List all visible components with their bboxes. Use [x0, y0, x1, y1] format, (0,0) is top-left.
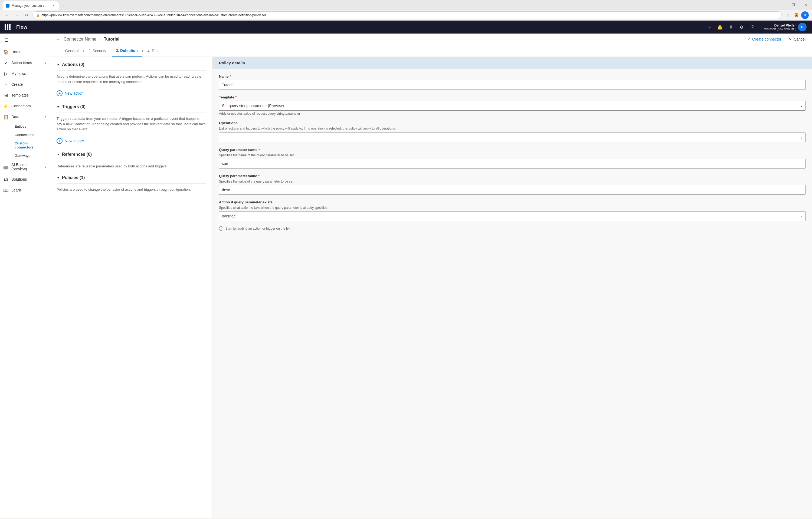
query-param-name-input[interactable]: [219, 159, 806, 169]
sidebar-item-create[interactable]: + Create: [0, 79, 50, 90]
create-connector-label: Create connector: [752, 37, 781, 41]
user-avatar: D: [798, 23, 807, 31]
nav-separator: |: [99, 37, 101, 41]
sidebar-label-create: Create: [11, 82, 47, 87]
tab-title: Manage your custom connectors: [12, 4, 50, 7]
brave-icon[interactable]: 🦁: [792, 11, 800, 19]
query-param-value-label: Query parameter value *: [219, 174, 806, 178]
step-general-label: 1. General: [61, 49, 79, 53]
action-items-icon: ✓: [3, 60, 9, 65]
sidebar-item-connections[interactable]: Connections: [11, 131, 50, 139]
query-param-value-required-star: *: [258, 174, 260, 178]
sidebar-item-action-items[interactable]: ✓ Action items ∨: [0, 57, 50, 68]
back-button[interactable]: ←: [3, 11, 11, 19]
triggers-collapse-icon[interactable]: ▼: [57, 105, 60, 109]
policies-collapse-icon[interactable]: ▼: [57, 176, 60, 180]
sidebar-item-home[interactable]: 🏠 Home: [0, 47, 50, 57]
operations-select[interactable]: [219, 132, 806, 142]
create-connector-button[interactable]: ✓ Create connector: [747, 37, 781, 41]
step-test[interactable]: 4. Test: [143, 45, 163, 56]
active-tab[interactable]: Manage your custom connectors ✕: [2, 1, 59, 10]
notification-button[interactable]: 🔔: [715, 22, 725, 32]
refresh-button[interactable]: ↻: [23, 11, 30, 19]
action-if-exists-select[interactable]: override: [219, 211, 806, 221]
download-button[interactable]: ⬇: [726, 22, 736, 32]
policy-details-header: Policy details: [212, 57, 812, 69]
forward-button[interactable]: →: [13, 11, 21, 19]
sidebar-item-connectors[interactable]: ⚡ Connectors: [0, 101, 50, 112]
operations-select-wrapper: ∨: [219, 132, 806, 142]
address-bar: ← → ↻ 🔒 https://preview.flow.microsoft.c…: [0, 10, 812, 21]
url-text: https://preview.flow.microsoft.com/manag…: [41, 13, 778, 17]
template-select-wrapper: Set query string parameter (Preview) ∨: [219, 101, 806, 111]
maximize-button[interactable]: ❐: [787, 0, 800, 10]
name-required-star: *: [230, 74, 231, 79]
new-action-button[interactable]: + New action: [57, 89, 206, 98]
query-param-name-label: Query parameter name *: [219, 148, 806, 152]
emoji-button[interactable]: ☺: [704, 22, 714, 32]
sidebar-item-solutions[interactable]: 🗂 Solutions: [0, 174, 50, 185]
step-definition[interactable]: 3. Definition: [112, 45, 142, 57]
minimize-button[interactable]: —: [775, 0, 787, 10]
policies-description: Policies are used to change the behavior…: [57, 187, 206, 192]
template-select[interactable]: Set query string parameter (Preview): [219, 101, 806, 111]
tab-close-btn[interactable]: ✕: [52, 4, 56, 7]
query-param-name-hint: Specifies the name of the query paramete…: [219, 153, 806, 157]
user-profile[interactable]: Denzel Pfeifer Microsoft (new default) (…: [762, 22, 809, 32]
references-section-header: ▼ References (0): [57, 152, 206, 160]
new-action-plus-icon: +: [57, 90, 62, 96]
sidebar-item-learn[interactable]: 📖 Learn: [0, 185, 50, 195]
waffle-dot: [7, 24, 8, 26]
query-param-value-form-group: Query parameter value * Specifies the va…: [219, 174, 806, 195]
step-security[interactable]: 2. Security: [84, 45, 110, 56]
sidebar-label-solutions: Solutions: [11, 177, 47, 181]
sidebar-item-my-flows[interactable]: ▷ My flows: [0, 68, 50, 79]
help-button[interactable]: ?: [748, 22, 757, 32]
query-param-value-input[interactable]: [219, 185, 806, 195]
data-icon: 📋: [3, 114, 9, 120]
actions-section-title: Actions (0): [62, 62, 84, 67]
new-trigger-button[interactable]: + New trigger: [57, 136, 206, 146]
waffle-menu-button[interactable]: [3, 23, 12, 31]
sidebar-label-data: Data: [11, 115, 42, 119]
template-required-star: *: [235, 95, 237, 99]
action-if-exists-label: Action if query parameter exists: [219, 200, 806, 204]
url-bar[interactable]: 🔒 https://preview.flow.microsoft.com/man…: [32, 11, 782, 19]
new-tab-button[interactable]: +: [60, 2, 68, 10]
close-button[interactable]: ✕: [800, 0, 812, 10]
sidebar-hamburger-button[interactable]: ☰: [1, 35, 12, 45]
cancel-button[interactable]: ✕ Cancel: [789, 37, 806, 41]
sidebar-item-templates[interactable]: ⊞ Templates: [0, 90, 50, 101]
triggers-section: ▼ Triggers (0) Triggers read data from y…: [57, 104, 206, 146]
app-header: Flow ☺ 🔔 ⬇ ⚙ ? Denzel Pfeifer Microsoft …: [0, 21, 812, 34]
tab-favicon: [6, 4, 9, 7]
sidebar-item-gateways[interactable]: Gateways: [11, 151, 50, 160]
top-nav: ← Connector Name | Tutorial ✓ Create con…: [50, 34, 812, 45]
connector-title: Tutorial: [104, 37, 119, 42]
back-button[interactable]: ←: [57, 37, 60, 41]
settings-button[interactable]: ⚙: [737, 22, 747, 32]
cancel-label: Cancel: [793, 37, 806, 41]
data-submenu: Entities Connections Custom connectors G…: [0, 122, 50, 160]
checkmark-icon: ✓: [747, 37, 751, 41]
actions-collapse-icon[interactable]: ▼: [57, 63, 60, 66]
lock-icon: 🔒: [36, 13, 40, 17]
sidebar-item-entities[interactable]: Entities: [11, 122, 50, 131]
bookmark-button[interactable]: ☆: [784, 11, 791, 19]
profile-button[interactable]: D: [801, 11, 809, 19]
operations-label: Operations: [219, 121, 806, 125]
waffle-dot: [9, 28, 10, 30]
create-icon: +: [3, 82, 9, 87]
sidebar-item-ai-builder[interactable]: 🤖 AI Builder (preview) ∨: [0, 160, 50, 174]
references-section-title: References (0): [62, 152, 92, 157]
policies-section-header: ▼ Policies (1): [57, 175, 206, 184]
waffle-dot: [7, 28, 8, 30]
sidebar-item-custom-connectors[interactable]: Custom connectors: [11, 139, 50, 151]
sidebar-item-data[interactable]: 📋 Data ∧: [0, 112, 50, 122]
operations-form-group: Operations List of actions and triggers …: [219, 121, 806, 142]
references-collapse-icon[interactable]: ▼: [57, 153, 60, 156]
name-input[interactable]: [219, 80, 806, 90]
waffle-dot: [7, 26, 8, 28]
step-general[interactable]: 1. General: [57, 45, 83, 56]
connector-name-label: Connector Name: [64, 37, 96, 42]
